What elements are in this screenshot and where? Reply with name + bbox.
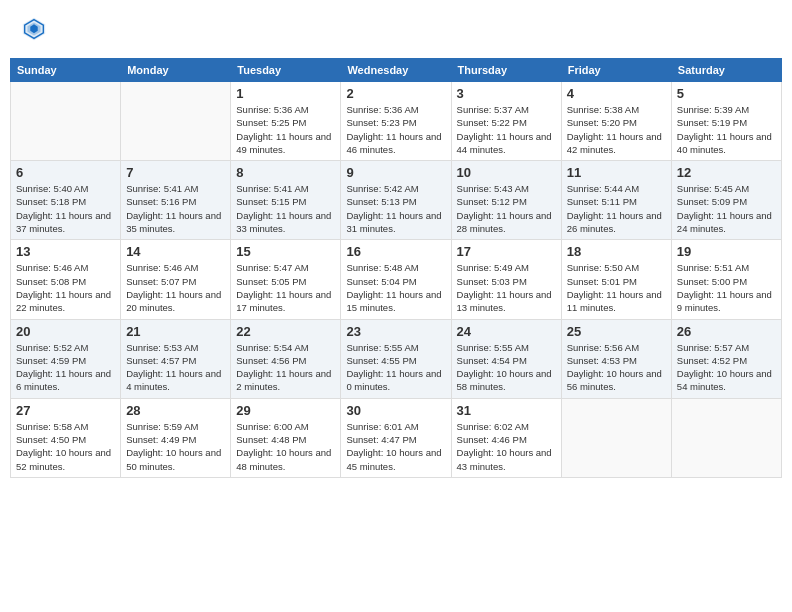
day-info: Sunrise: 5:44 AM Sunset: 5:11 PM Dayligh… bbox=[567, 182, 666, 235]
day-number: 10 bbox=[457, 165, 556, 180]
calendar-cell bbox=[671, 398, 781, 477]
calendar-cell: 15Sunrise: 5:47 AM Sunset: 5:05 PM Dayli… bbox=[231, 240, 341, 319]
calendar-cell: 7Sunrise: 5:41 AM Sunset: 5:16 PM Daylig… bbox=[121, 161, 231, 240]
day-number: 1 bbox=[236, 86, 335, 101]
calendar-cell: 9Sunrise: 5:42 AM Sunset: 5:13 PM Daylig… bbox=[341, 161, 451, 240]
day-number: 6 bbox=[16, 165, 115, 180]
day-number: 20 bbox=[16, 324, 115, 339]
day-info: Sunrise: 5:45 AM Sunset: 5:09 PM Dayligh… bbox=[677, 182, 776, 235]
day-info: Sunrise: 5:41 AM Sunset: 5:15 PM Dayligh… bbox=[236, 182, 335, 235]
day-number: 8 bbox=[236, 165, 335, 180]
day-info: Sunrise: 5:48 AM Sunset: 5:04 PM Dayligh… bbox=[346, 261, 445, 314]
calendar-week-row: 20Sunrise: 5:52 AM Sunset: 4:59 PM Dayli… bbox=[11, 319, 782, 398]
day-info: Sunrise: 5:55 AM Sunset: 4:54 PM Dayligh… bbox=[457, 341, 556, 394]
calendar-cell: 23Sunrise: 5:55 AM Sunset: 4:55 PM Dayli… bbox=[341, 319, 451, 398]
weekday-header: Tuesday bbox=[231, 59, 341, 82]
calendar-cell bbox=[121, 82, 231, 161]
calendar-cell: 20Sunrise: 5:52 AM Sunset: 4:59 PM Dayli… bbox=[11, 319, 121, 398]
calendar-week-row: 1Sunrise: 5:36 AM Sunset: 5:25 PM Daylig… bbox=[11, 82, 782, 161]
day-number: 12 bbox=[677, 165, 776, 180]
day-number: 27 bbox=[16, 403, 115, 418]
calendar-week-row: 6Sunrise: 5:40 AM Sunset: 5:18 PM Daylig… bbox=[11, 161, 782, 240]
calendar-table: SundayMondayTuesdayWednesdayThursdayFrid… bbox=[10, 58, 782, 478]
day-info: Sunrise: 5:51 AM Sunset: 5:00 PM Dayligh… bbox=[677, 261, 776, 314]
logo bbox=[20, 15, 50, 43]
day-info: Sunrise: 5:47 AM Sunset: 5:05 PM Dayligh… bbox=[236, 261, 335, 314]
calendar-cell: 6Sunrise: 5:40 AM Sunset: 5:18 PM Daylig… bbox=[11, 161, 121, 240]
weekday-header: Wednesday bbox=[341, 59, 451, 82]
weekday-header: Friday bbox=[561, 59, 671, 82]
calendar-cell: 1Sunrise: 5:36 AM Sunset: 5:25 PM Daylig… bbox=[231, 82, 341, 161]
day-info: Sunrise: 5:42 AM Sunset: 5:13 PM Dayligh… bbox=[346, 182, 445, 235]
day-number: 18 bbox=[567, 244, 666, 259]
day-info: Sunrise: 5:46 AM Sunset: 5:08 PM Dayligh… bbox=[16, 261, 115, 314]
day-number: 23 bbox=[346, 324, 445, 339]
day-info: Sunrise: 5:36 AM Sunset: 5:25 PM Dayligh… bbox=[236, 103, 335, 156]
day-number: 2 bbox=[346, 86, 445, 101]
calendar-cell: 4Sunrise: 5:38 AM Sunset: 5:20 PM Daylig… bbox=[561, 82, 671, 161]
day-info: Sunrise: 5:52 AM Sunset: 4:59 PM Dayligh… bbox=[16, 341, 115, 394]
day-info: Sunrise: 5:36 AM Sunset: 5:23 PM Dayligh… bbox=[346, 103, 445, 156]
day-info: Sunrise: 6:02 AM Sunset: 4:46 PM Dayligh… bbox=[457, 420, 556, 473]
day-number: 7 bbox=[126, 165, 225, 180]
day-number: 21 bbox=[126, 324, 225, 339]
day-number: 4 bbox=[567, 86, 666, 101]
calendar-week-row: 13Sunrise: 5:46 AM Sunset: 5:08 PM Dayli… bbox=[11, 240, 782, 319]
day-number: 17 bbox=[457, 244, 556, 259]
day-number: 25 bbox=[567, 324, 666, 339]
calendar-cell: 10Sunrise: 5:43 AM Sunset: 5:12 PM Dayli… bbox=[451, 161, 561, 240]
day-info: Sunrise: 5:57 AM Sunset: 4:52 PM Dayligh… bbox=[677, 341, 776, 394]
calendar-cell: 11Sunrise: 5:44 AM Sunset: 5:11 PM Dayli… bbox=[561, 161, 671, 240]
day-info: Sunrise: 5:49 AM Sunset: 5:03 PM Dayligh… bbox=[457, 261, 556, 314]
calendar-cell: 16Sunrise: 5:48 AM Sunset: 5:04 PM Dayli… bbox=[341, 240, 451, 319]
calendar-cell: 2Sunrise: 5:36 AM Sunset: 5:23 PM Daylig… bbox=[341, 82, 451, 161]
day-info: Sunrise: 5:41 AM Sunset: 5:16 PM Dayligh… bbox=[126, 182, 225, 235]
calendar-cell: 13Sunrise: 5:46 AM Sunset: 5:08 PM Dayli… bbox=[11, 240, 121, 319]
day-number: 15 bbox=[236, 244, 335, 259]
logo-icon bbox=[20, 15, 48, 43]
day-info: Sunrise: 5:46 AM Sunset: 5:07 PM Dayligh… bbox=[126, 261, 225, 314]
calendar-cell: 21Sunrise: 5:53 AM Sunset: 4:57 PM Dayli… bbox=[121, 319, 231, 398]
calendar-cell: 3Sunrise: 5:37 AM Sunset: 5:22 PM Daylig… bbox=[451, 82, 561, 161]
day-number: 16 bbox=[346, 244, 445, 259]
weekday-header: Saturday bbox=[671, 59, 781, 82]
day-info: Sunrise: 5:55 AM Sunset: 4:55 PM Dayligh… bbox=[346, 341, 445, 394]
calendar-cell: 27Sunrise: 5:58 AM Sunset: 4:50 PM Dayli… bbox=[11, 398, 121, 477]
calendar-cell: 18Sunrise: 5:50 AM Sunset: 5:01 PM Dayli… bbox=[561, 240, 671, 319]
day-number: 22 bbox=[236, 324, 335, 339]
day-number: 13 bbox=[16, 244, 115, 259]
day-info: Sunrise: 6:00 AM Sunset: 4:48 PM Dayligh… bbox=[236, 420, 335, 473]
day-info: Sunrise: 5:38 AM Sunset: 5:20 PM Dayligh… bbox=[567, 103, 666, 156]
calendar-cell: 24Sunrise: 5:55 AM Sunset: 4:54 PM Dayli… bbox=[451, 319, 561, 398]
calendar-cell: 25Sunrise: 5:56 AM Sunset: 4:53 PM Dayli… bbox=[561, 319, 671, 398]
calendar-cell: 5Sunrise: 5:39 AM Sunset: 5:19 PM Daylig… bbox=[671, 82, 781, 161]
calendar-cell: 29Sunrise: 6:00 AM Sunset: 4:48 PM Dayli… bbox=[231, 398, 341, 477]
day-number: 19 bbox=[677, 244, 776, 259]
calendar-cell: 22Sunrise: 5:54 AM Sunset: 4:56 PM Dayli… bbox=[231, 319, 341, 398]
day-number: 24 bbox=[457, 324, 556, 339]
day-info: Sunrise: 5:54 AM Sunset: 4:56 PM Dayligh… bbox=[236, 341, 335, 394]
day-number: 5 bbox=[677, 86, 776, 101]
calendar-cell: 17Sunrise: 5:49 AM Sunset: 5:03 PM Dayli… bbox=[451, 240, 561, 319]
calendar-cell: 30Sunrise: 6:01 AM Sunset: 4:47 PM Dayli… bbox=[341, 398, 451, 477]
day-info: Sunrise: 5:40 AM Sunset: 5:18 PM Dayligh… bbox=[16, 182, 115, 235]
day-number: 11 bbox=[567, 165, 666, 180]
weekday-header: Thursday bbox=[451, 59, 561, 82]
calendar-cell: 12Sunrise: 5:45 AM Sunset: 5:09 PM Dayli… bbox=[671, 161, 781, 240]
day-info: Sunrise: 5:50 AM Sunset: 5:01 PM Dayligh… bbox=[567, 261, 666, 314]
calendar-header-row: SundayMondayTuesdayWednesdayThursdayFrid… bbox=[11, 59, 782, 82]
day-number: 30 bbox=[346, 403, 445, 418]
day-info: Sunrise: 5:37 AM Sunset: 5:22 PM Dayligh… bbox=[457, 103, 556, 156]
day-info: Sunrise: 5:58 AM Sunset: 4:50 PM Dayligh… bbox=[16, 420, 115, 473]
page-header bbox=[10, 10, 782, 48]
day-info: Sunrise: 6:01 AM Sunset: 4:47 PM Dayligh… bbox=[346, 420, 445, 473]
day-info: Sunrise: 5:59 AM Sunset: 4:49 PM Dayligh… bbox=[126, 420, 225, 473]
calendar-cell bbox=[561, 398, 671, 477]
calendar-cell: 28Sunrise: 5:59 AM Sunset: 4:49 PM Dayli… bbox=[121, 398, 231, 477]
day-number: 26 bbox=[677, 324, 776, 339]
day-info: Sunrise: 5:43 AM Sunset: 5:12 PM Dayligh… bbox=[457, 182, 556, 235]
weekday-header: Monday bbox=[121, 59, 231, 82]
day-number: 9 bbox=[346, 165, 445, 180]
day-info: Sunrise: 5:39 AM Sunset: 5:19 PM Dayligh… bbox=[677, 103, 776, 156]
calendar-cell: 19Sunrise: 5:51 AM Sunset: 5:00 PM Dayli… bbox=[671, 240, 781, 319]
